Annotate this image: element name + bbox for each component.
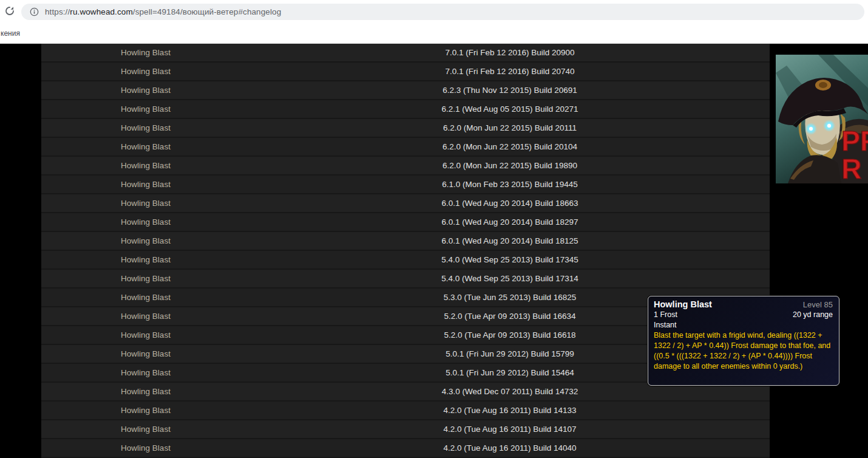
- spell-name-cell: Howling Blast: [41, 293, 250, 302]
- spell-name-cell: Howling Blast: [41, 199, 250, 208]
- tooltip-school: 1 Frost: [654, 310, 677, 320]
- table-row: Howling Blast 4.2.0 (Tue Aug 16 2011) Bu…: [41, 420, 770, 439]
- promo-text-line1: PR: [841, 125, 868, 157]
- tooltip-cast-time: Instant: [654, 320, 677, 330]
- spell-name-cell: Howling Blast: [41, 255, 250, 264]
- url-text[interactable]: https://ru.wowhead.com/spell=49184/воющи…: [45, 7, 281, 16]
- version-cell: 4.3.0 (Wed Dec 07 2011) Build 14732: [250, 387, 770, 396]
- spell-name-cell: Howling Blast: [41, 180, 250, 189]
- table-row: Howling Blast 6.2.3 (Thu Nov 12 2015) Bu…: [41, 81, 770, 100]
- table-row: Howling Blast 6.0.1 (Wed Aug 20 2014) Bu…: [41, 194, 770, 213]
- screen: https://ru.wowhead.com/spell=49184/воющи…: [0, 0, 868, 458]
- spell-link[interactable]: Howling Blast: [121, 387, 171, 396]
- version-cell: 6.2.1 (Wed Aug 05 2015) Build 20271: [250, 104, 770, 114]
- reload-icon: [4, 5, 15, 16]
- spell-link[interactable]: Howling Blast: [121, 312, 171, 321]
- tooltip-range: 20 yd range: [793, 310, 833, 320]
- version-cell: 6.0.1 (Wed Aug 20 2014) Build 18297: [250, 217, 770, 227]
- spell-link[interactable]: Howling Blast: [121, 255, 171, 264]
- tooltip-title: Howling Blast: [654, 299, 712, 310]
- url-scheme: https://: [45, 7, 70, 16]
- site-header-bar: кения: [0, 21, 868, 44]
- spell-link[interactable]: Howling Blast: [121, 443, 171, 453]
- spell-name-cell: Howling Blast: [41, 387, 250, 396]
- spell-name-cell: Howling Blast: [41, 368, 250, 377]
- spell-link[interactable]: Howling Blast: [121, 368, 171, 377]
- spell-name-cell: Howling Blast: [41, 274, 250, 283]
- spell-name-cell: Howling Blast: [41, 312, 250, 321]
- url-domain: ru.wowhead.com: [70, 7, 132, 16]
- spell-name-cell: Howling Blast: [41, 161, 250, 170]
- reload-button[interactable]: [3, 4, 16, 18]
- table-row: Howling Blast 6.2.0 (Mon Jun 22 2015) Bu…: [41, 119, 770, 138]
- table-row: Howling Blast 6.0.1 (Wed Aug 20 2014) Bu…: [41, 213, 770, 232]
- spell-link[interactable]: Howling Blast: [121, 67, 171, 76]
- version-cell: 6.2.0 (Mon Jun 22 2015) Build 20104: [250, 142, 770, 151]
- spell-link[interactable]: Howling Blast: [121, 349, 171, 358]
- page-content: Howling Blast 7.0.1 (Fri Feb 12 2016) Bu…: [0, 44, 868, 458]
- promo-artwork[interactable]: PR R: [776, 55, 868, 183]
- changelog-table: Howling Blast 7.0.1 (Fri Feb 12 2016) Bu…: [41, 44, 770, 458]
- spell-link[interactable]: Howling Blast: [121, 199, 171, 208]
- version-cell: 6.2.0 (Mon Jun 22 2015) Build 19890: [250, 161, 770, 170]
- spell-link[interactable]: Howling Blast: [121, 161, 171, 170]
- version-cell: 6.2.3 (Thu Nov 12 2015) Build 20691: [250, 86, 770, 95]
- tooltip-level: Level 85: [803, 299, 833, 310]
- spell-name-cell: Howling Blast: [41, 425, 250, 434]
- table-row: Howling Blast 4.2.0 (Tue Aug 16 2011) Bu…: [41, 439, 770, 458]
- info-icon[interactable]: [30, 7, 39, 16]
- spell-name-cell: Howling Blast: [41, 86, 250, 95]
- version-cell: 6.0.1 (Wed Aug 20 2014) Build 18125: [250, 236, 770, 245]
- table-row: Howling Blast 6.2.0 (Mon Jun 22 2015) Bu…: [41, 138, 770, 157]
- wow-pirate-art: PR R: [776, 55, 868, 183]
- spell-link[interactable]: Howling Blast: [121, 274, 171, 283]
- table-row: Howling Blast 6.2.1 (Wed Aug 05 2015) Bu…: [41, 100, 770, 119]
- spell-link[interactable]: Howling Blast: [121, 406, 171, 415]
- version-cell: 7.0.1 (Fri Feb 12 2016) Build 20900: [250, 48, 770, 57]
- version-cell: 6.1.0 (Mon Feb 23 2015) Build 19445: [250, 180, 770, 189]
- spell-link[interactable]: Howling Blast: [121, 236, 171, 245]
- spell-name-cell: Howling Blast: [41, 217, 250, 227]
- spell-name-cell: Howling Blast: [41, 406, 250, 415]
- spell-link[interactable]: Howling Blast: [121, 104, 171, 114]
- table-row: Howling Blast 5.4.0 (Wed Sep 25 2013) Bu…: [41, 270, 770, 289]
- spell-link[interactable]: Howling Blast: [121, 330, 171, 340]
- table-row: Howling Blast 6.2.0 (Mon Jun 22 2015) Bu…: [41, 157, 770, 176]
- version-cell: 6.0.1 (Wed Aug 20 2014) Build 18663: [250, 199, 770, 208]
- table-row: Howling Blast 4.2.0 (Tue Aug 16 2011) Bu…: [41, 402, 770, 420]
- version-cell: 6.2.0 (Mon Jun 22 2015) Build 20111: [250, 123, 770, 132]
- spell-link[interactable]: Howling Blast: [121, 293, 171, 302]
- spell-name-cell: Howling Blast: [41, 236, 250, 245]
- version-cell: 4.2.0 (Tue Aug 16 2011) Build 14107: [250, 425, 770, 434]
- spell-link[interactable]: Howling Blast: [121, 217, 171, 227]
- tooltip-description: Blast the target with a frigid wind, dea…: [654, 330, 833, 372]
- spell-name-cell: Howling Blast: [41, 330, 250, 340]
- spell-link[interactable]: Howling Blast: [121, 425, 171, 434]
- spell-link[interactable]: Howling Blast: [121, 142, 171, 151]
- spell-link[interactable]: Howling Blast: [121, 48, 171, 57]
- spell-tooltip: Howling Blast Level 85 1 Frost 20 yd ran…: [648, 296, 839, 386]
- table-row: Howling Blast 5.4.0 (Wed Sep 25 2013) Bu…: [41, 251, 770, 270]
- spell-name-cell: Howling Blast: [41, 48, 250, 57]
- spell-link[interactable]: Howling Blast: [121, 180, 171, 189]
- spell-name-cell: Howling Blast: [41, 142, 250, 151]
- version-cell: 7.0.1 (Fri Feb 12 2016) Build 20740: [250, 67, 770, 76]
- address-bar[interactable]: https://ru.wowhead.com/spell=49184/воющи…: [21, 4, 864, 20]
- changelog-body: Howling Blast 7.0.1 (Fri Feb 12 2016) Bu…: [41, 44, 770, 458]
- version-cell: 5.4.0 (Wed Sep 25 2013) Build 17314: [250, 274, 770, 283]
- clipped-heading: кения: [1, 29, 20, 38]
- spell-link[interactable]: Howling Blast: [121, 86, 171, 95]
- table-row: Howling Blast 6.0.1 (Wed Aug 20 2014) Bu…: [41, 232, 770, 251]
- spell-link[interactable]: Howling Blast: [121, 123, 171, 132]
- spell-name-cell: Howling Blast: [41, 443, 250, 453]
- table-row: Howling Blast 7.0.1 (Fri Feb 12 2016) Bu…: [41, 63, 770, 81]
- url-path: /spell=49184/воющий-ветер#changelog: [133, 7, 281, 16]
- promo-text-line2: R: [841, 153, 861, 183]
- table-row: Howling Blast 6.1.0 (Mon Feb 23 2015) Bu…: [41, 176, 770, 194]
- version-cell: 5.4.0 (Wed Sep 25 2013) Build 17345: [250, 255, 770, 264]
- spell-name-cell: Howling Blast: [41, 349, 250, 358]
- version-cell: 4.2.0 (Tue Aug 16 2011) Build 14040: [250, 443, 770, 453]
- version-cell: 4.2.0 (Tue Aug 16 2011) Build 14133: [250, 406, 770, 415]
- spell-name-cell: Howling Blast: [41, 123, 250, 132]
- table-row: Howling Blast 7.0.1 (Fri Feb 12 2016) Bu…: [41, 44, 770, 63]
